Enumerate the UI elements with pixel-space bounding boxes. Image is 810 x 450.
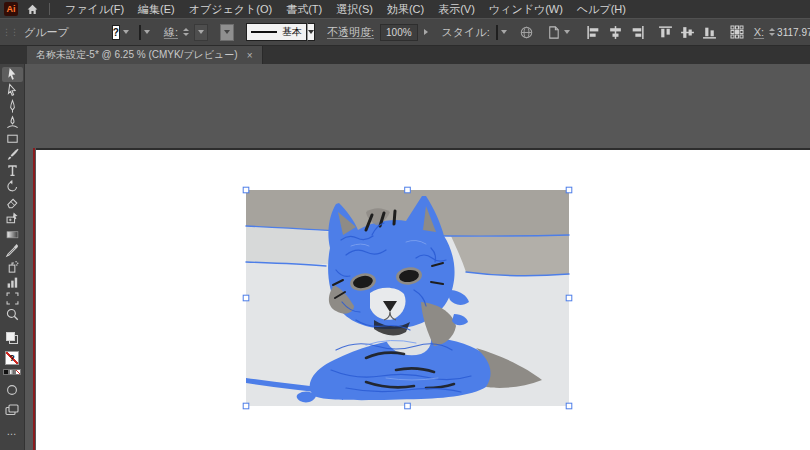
opacity-label[interactable]: 不透明度: <box>327 25 374 40</box>
home-icon[interactable] <box>26 3 39 16</box>
menu-select[interactable]: 選択(S) <box>329 2 380 17</box>
x-position-label[interactable]: X: <box>754 26 764 38</box>
style-swatch-chevron-icon[interactable] <box>501 30 507 34</box>
curvature-tool[interactable] <box>2 115 23 130</box>
vertical-align-top-icon[interactable] <box>658 25 673 40</box>
menu-window[interactable]: ウィンドウ(W) <box>482 2 570 17</box>
handle-top-center[interactable] <box>405 187 411 193</box>
type-tool[interactable] <box>2 163 23 178</box>
handle-middle-left[interactable] <box>243 295 249 301</box>
opacity-panel-chevron-icon[interactable] <box>424 29 428 35</box>
tools-panel: ? … <box>0 64 25 450</box>
illustrator-window: Ai ファイル(F) 編集(E) オブジェクト(O) 書式(T) 選択(S) 効… <box>0 0 810 450</box>
fill-stroke-indicator-icon[interactable] <box>5 331 19 345</box>
selection-type-label: グループ <box>24 25 69 40</box>
document-tab-title: 名称未設定-5* @ 6.25 % (CMYK/プレビュー) <box>36 48 238 62</box>
brush-dropdown-chevron-icon[interactable] <box>307 23 315 41</box>
menu-view[interactable]: 表示(V) <box>431 2 482 17</box>
document-setup-chevron-icon[interactable] <box>564 30 570 34</box>
edit-toolbar-more-icon[interactable]: … <box>7 426 18 437</box>
horizontal-align-right-icon[interactable] <box>630 25 645 40</box>
panel-grip-icon: ⋮⋮ <box>2 27 18 37</box>
document-tab-bar: 名称未設定-5* @ 6.25 % (CMYK/プレビュー) × <box>0 46 810 64</box>
selected-artwork-cat[interactable] <box>242 186 573 410</box>
menu-file[interactable]: ファイル(F) <box>58 2 131 17</box>
opacity-input[interactable]: 100% <box>380 24 418 41</box>
eraser-tool[interactable] <box>2 195 23 210</box>
menu-separator <box>49 3 50 15</box>
symbol-sprayer-tool[interactable] <box>2 259 23 274</box>
vertical-align-middle-icon[interactable] <box>680 25 695 40</box>
fill-color-swatch[interactable]: ? <box>112 25 120 40</box>
tab-close-icon[interactable]: × <box>247 50 253 61</box>
zoom-tool[interactable] <box>2 307 23 322</box>
draw-mode-icon[interactable] <box>6 384 18 396</box>
selection-tool[interactable] <box>2 67 23 82</box>
menu-edit[interactable]: 編集(E) <box>131 2 182 17</box>
gradient-tool[interactable] <box>2 227 23 242</box>
stroke-weight-label[interactable]: 線: <box>164 25 178 40</box>
reference-point-grid-icon[interactable] <box>730 25 744 39</box>
horizontal-align-left-icon[interactable] <box>586 25 601 40</box>
rotate-tool[interactable] <box>2 179 23 194</box>
brush-definition-dropdown[interactable]: 基本 <box>246 23 307 41</box>
color-gradient-none-strip[interactable] <box>3 369 21 375</box>
document-setup-icon[interactable] <box>546 25 561 40</box>
handle-bottom-left[interactable] <box>243 403 249 409</box>
stroke-weight-stepper[interactable] <box>183 28 189 36</box>
width-profile-dropdown[interactable] <box>220 24 234 41</box>
traced-cat-image[interactable] <box>246 190 569 406</box>
style-swatch[interactable] <box>496 25 498 40</box>
handle-middle-right[interactable] <box>566 295 572 301</box>
x-position-value[interactable]: 3117.97 <box>777 27 810 38</box>
handle-top-right[interactable] <box>566 187 572 193</box>
main-area: ? … <box>0 64 810 450</box>
bleed-guide-line <box>33 148 35 450</box>
stroke-color-swatch[interactable] <box>139 25 141 40</box>
brush-name-label: 基本 <box>282 25 302 39</box>
handle-bottom-right[interactable] <box>566 403 572 409</box>
brush-stroke-preview <box>251 31 277 33</box>
canvas-pasteboard[interactable] <box>26 64 810 450</box>
menu-object[interactable]: オブジェクト(O) <box>182 2 279 17</box>
x-position-stepper[interactable] <box>769 28 775 36</box>
horizontal-align-center-icon[interactable] <box>608 25 623 40</box>
screen-mode-icon[interactable] <box>5 404 19 416</box>
graph-tool[interactable] <box>2 275 23 290</box>
fill-color-indicator[interactable]: ? <box>5 351 19 365</box>
paintbrush-tool[interactable] <box>2 147 23 162</box>
document-tab[interactable]: 名称未設定-5* @ 6.25 % (CMYK/プレビュー) × <box>27 46 263 64</box>
stroke-weight-dropdown[interactable] <box>194 24 208 41</box>
handle-bottom-center[interactable] <box>405 403 411 409</box>
stroke-swatch-chevron-icon[interactable] <box>144 30 150 34</box>
menu-help[interactable]: ヘルプ(H) <box>570 2 633 17</box>
rectangle-tool[interactable] <box>2 131 23 146</box>
menu-bar: Ai ファイル(F) 編集(E) オブジェクト(O) 書式(T) 選択(S) 効… <box>0 0 810 18</box>
fill-swatch-chevron-icon[interactable] <box>123 30 129 34</box>
none-button[interactable] <box>15 369 21 375</box>
recolor-artwork-icon[interactable] <box>519 25 534 40</box>
eyedropper-tool[interactable] <box>2 243 23 258</box>
illustrator-logo-icon[interactable]: Ai <box>4 2 18 16</box>
direct-selection-tool[interactable] <box>2 83 23 98</box>
vertical-align-bottom-icon[interactable] <box>702 25 717 40</box>
control-bar: ⋮⋮ グループ ? 線: 基本 不透明度: 100% スタイル: <box>0 18 810 46</box>
menu-type[interactable]: 書式(T) <box>279 2 329 17</box>
shape-builder-tool[interactable] <box>2 211 23 226</box>
handle-top-left[interactable] <box>243 187 249 193</box>
menu-effect[interactable]: 効果(C) <box>380 2 431 17</box>
artboard-tool[interactable] <box>2 291 23 306</box>
pen-tool[interactable] <box>2 99 23 114</box>
style-label: スタイル: <box>442 25 490 40</box>
